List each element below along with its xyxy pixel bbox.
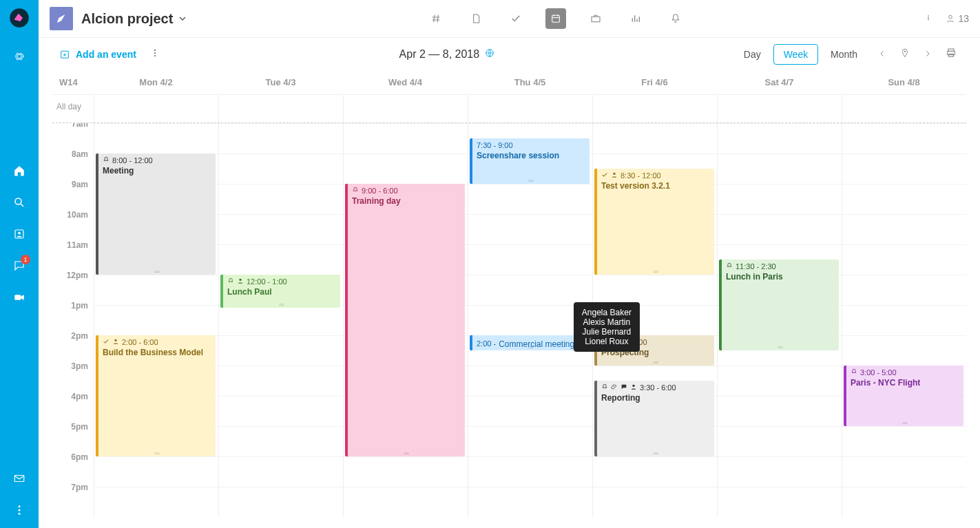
drag-handle-icon[interactable]: ═ — [154, 270, 159, 274]
day-header: Sat 4/7 — [717, 70, 842, 94]
project-avatar-icon[interactable] — [50, 7, 73, 30]
time-label: 3pm — [52, 361, 94, 392]
event-time: 9:00 - 6:00 — [362, 187, 398, 195]
location-icon[interactable] — [897, 45, 913, 63]
event-reporting[interactable]: 3:30 - 6:00Reporting═ — [594, 381, 714, 456]
event-test-version[interactable]: 8:30 - 12:00Test version 3.2.1═ — [594, 169, 714, 275]
event-screenshare[interactable]: 7:30 - 9:00Screenshare session═ — [470, 138, 590, 184]
view-switch: Day Week Month — [734, 49, 867, 60]
event-title: Build the Business Model — [103, 348, 211, 357]
bell-icon — [726, 262, 733, 271]
event-time: 2:00 - 6:00 — [122, 338, 158, 346]
time-label: 1pm — [52, 301, 94, 331]
drag-handle-icon[interactable]: ═ — [778, 346, 782, 350]
bell-icon — [103, 156, 110, 165]
tab-calendar-icon[interactable] — [545, 8, 566, 29]
day-header: Tue 4/3 — [218, 70, 343, 94]
week-number-label: W14 — [52, 70, 94, 94]
event-lunch-paul[interactable]: 12:00 - 1:00Lunch Paul═ — [220, 275, 340, 308]
bell-icon — [851, 368, 857, 377]
next-week-icon[interactable] — [921, 46, 935, 63]
svg-rect-9 — [552, 15, 560, 22]
app-logo-icon[interactable] — [6, 4, 33, 32]
user-icon — [630, 383, 637, 392]
view-month[interactable]: Month — [821, 45, 867, 64]
home-icon[interactable] — [6, 157, 33, 184]
day-column[interactable]: 9:00 - 6:00Training day═ — [343, 123, 468, 517]
prev-week-icon[interactable] — [875, 46, 889, 63]
search-icon[interactable] — [6, 189, 33, 216]
time-label: 7am — [52, 123, 94, 149]
drag-handle-icon[interactable]: ═ — [279, 303, 284, 307]
print-icon[interactable] — [943, 45, 959, 63]
contacts-icon[interactable] — [6, 220, 33, 248]
user-count[interactable]: 13 — [946, 13, 969, 24]
tab-briefcase-icon[interactable] — [585, 8, 606, 29]
tooltip-person: Julie Bernard — [582, 327, 632, 337]
user-icon — [237, 277, 244, 286]
event-title: Lunch Paul — [227, 287, 336, 297]
chat-icon[interactable]: 1 — [6, 252, 33, 279]
svg-point-17 — [154, 55, 156, 56]
chevron-down-icon — [177, 13, 188, 24]
svg-point-7 — [19, 509, 21, 511]
drag-handle-icon[interactable]: ═ — [528, 346, 533, 350]
event-time: 3:30 - 6:00 — [640, 383, 676, 392]
tab-notifications-icon[interactable] — [665, 8, 686, 29]
day-column[interactable]: 11:30 - 2:30Lunch in Paris═ — [717, 123, 842, 517]
event-title: Paris - NYC Flight — [851, 378, 959, 388]
project-selector[interactable]: Alcion project — [81, 11, 188, 27]
tab-files-icon[interactable] — [466, 8, 486, 29]
toolbar-menu-icon[interactable] — [150, 48, 160, 60]
svg-point-15 — [154, 50, 156, 51]
mail-icon[interactable] — [6, 465, 33, 492]
event-lunch-paris[interactable]: 11:30 - 2:30Lunch in Paris═ — [719, 260, 839, 350]
drag-handle-icon[interactable]: ═ — [528, 179, 533, 183]
add-event-button[interactable]: Add an event — [59, 49, 136, 60]
settings-icon[interactable] — [6, 43, 33, 70]
svg-point-16 — [154, 52, 156, 54]
event-title: Test version 3.2.1 — [601, 181, 710, 191]
drag-handle-icon[interactable]: ═ — [154, 452, 159, 456]
tab-tasks-icon[interactable] — [505, 8, 526, 29]
drag-handle-icon[interactable]: ═ — [404, 452, 408, 456]
chat-badge: 1 — [21, 255, 30, 264]
event-business-model[interactable]: 2:00 - 6:00Build the Business Model═ — [96, 335, 216, 456]
day-column[interactable]: 8:00 - 12:00Meeting═2:00 - 6:00Build the… — [94, 123, 218, 517]
tab-channel-icon[interactable] — [426, 8, 446, 29]
event-time: 11:30 - 2:30 — [736, 262, 776, 271]
event-paris-flight[interactable]: 3:00 - 5:00Paris - NYC Flight═ — [844, 366, 963, 426]
drag-handle-icon[interactable]: ═ — [653, 361, 658, 365]
bell-icon — [227, 277, 234, 286]
day-column[interactable]: 12:00 - 1:00Lunch Paul═ — [218, 123, 343, 517]
calendar-body[interactable]: 7am8am9am10am11am12pm1pm2pm3pm4pm5pm6pm7… — [52, 123, 966, 521]
event-time: 8:30 - 12:00 — [621, 171, 661, 180]
svg-point-23 — [114, 339, 116, 341]
tab-reports-icon[interactable] — [625, 8, 646, 29]
event-commercial[interactable]: 2:00 - Commercial meeting═ — [470, 335, 590, 350]
view-week[interactable]: Week — [773, 44, 819, 65]
drag-handle-icon[interactable]: ═ — [653, 270, 658, 274]
date-range-label: Apr 2 — 8, 2018 — [399, 48, 480, 61]
view-day[interactable]: Day — [734, 45, 771, 64]
allday-label: All day — [52, 95, 94, 123]
time-label: 7pm — [52, 483, 94, 513]
svg-point-6 — [19, 505, 21, 507]
event-meeting[interactable]: 8:00 - 12:00Meeting═ — [96, 154, 216, 275]
more-icon[interactable] — [6, 496, 33, 524]
drag-handle-icon[interactable]: ═ — [902, 421, 907, 425]
drag-handle-icon[interactable]: ═ — [653, 452, 658, 456]
topbar: Alcion project 13 — [39, 0, 980, 38]
bell-icon — [352, 187, 359, 195]
svg-rect-5 — [14, 476, 24, 482]
svg-point-19 — [904, 51, 906, 52]
video-icon[interactable] — [6, 284, 33, 311]
svg-point-1 — [15, 198, 21, 204]
info-icon[interactable] — [924, 13, 933, 25]
event-training[interactable]: 9:00 - 6:00Training day═ — [345, 184, 465, 456]
user-icon — [946, 14, 955, 23]
timezone-icon[interactable] — [485, 48, 494, 61]
time-label: 2pm — [52, 331, 94, 361]
day-column[interactable]: 3:00 - 5:00Paris - NYC Flight═ — [842, 123, 966, 517]
day-header: Sun 4/8 — [842, 70, 966, 94]
